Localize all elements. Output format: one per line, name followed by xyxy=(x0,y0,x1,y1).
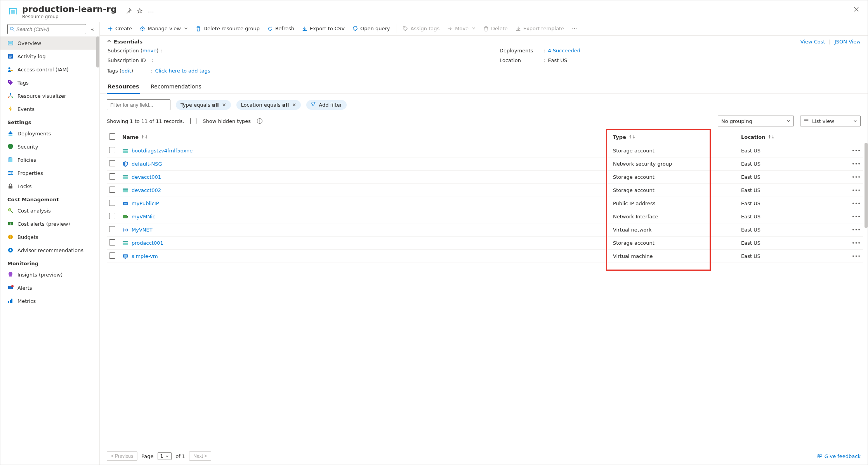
add-filter-pill[interactable]: Add filter xyxy=(306,100,347,110)
more-icon[interactable]: ⋯ xyxy=(148,8,154,16)
close-icon[interactable] xyxy=(854,7,861,13)
delete-rg-button[interactable]: Delete resource group xyxy=(193,23,263,34)
column-location[interactable]: Location↑↓ xyxy=(739,130,847,144)
row-checkbox[interactable] xyxy=(109,252,115,259)
column-name[interactable]: Name↑↓ xyxy=(120,130,611,144)
row-menu-icon[interactable]: ••• xyxy=(847,250,863,263)
row-checkbox[interactable] xyxy=(109,173,115,180)
row-checkbox[interactable] xyxy=(109,200,115,206)
chevron-down-icon xyxy=(472,26,476,30)
select-all-checkbox[interactable] xyxy=(109,133,115,140)
sidebar-item-advisor[interactable]: Advisor recommendations xyxy=(0,244,99,257)
row-checkbox[interactable] xyxy=(109,160,115,166)
sidebar-item-tags[interactable]: Tags xyxy=(0,76,99,89)
deployments-icon xyxy=(7,130,14,137)
show-hidden-checkbox[interactable] xyxy=(190,118,196,124)
resource-link[interactable]: myPublicIP xyxy=(132,201,159,206)
previous-button[interactable]: < Previous xyxy=(107,451,137,461)
sidebar-search[interactable] xyxy=(7,24,86,34)
info-icon[interactable]: i xyxy=(257,118,262,124)
row-menu-icon[interactable]: ••• xyxy=(847,210,863,223)
json-view-link[interactable]: JSON View xyxy=(835,39,861,45)
resource-link[interactable]: bootdiagstzv4fmlf5oxne xyxy=(132,148,193,154)
more-commands-icon[interactable]: ⋯ xyxy=(569,23,580,34)
column-type[interactable]: Type↑↓ xyxy=(611,130,739,144)
row-menu-icon[interactable]: ••• xyxy=(847,237,863,250)
grouping-dropdown[interactable]: No grouping xyxy=(718,116,794,126)
sidebar-item-visualizer[interactable]: Resource visualizer xyxy=(0,89,99,102)
feedback-link[interactable]: Give feedback xyxy=(817,453,861,459)
row-menu-icon[interactable]: ••• xyxy=(847,184,863,197)
type-filter-pill[interactable]: Type equals all ✕ xyxy=(176,100,231,110)
row-checkbox[interactable] xyxy=(109,187,115,193)
resource-link[interactable]: devacct002 xyxy=(132,187,161,193)
row-menu-icon[interactable]: ••• xyxy=(847,144,863,157)
row-menu-icon[interactable]: ••• xyxy=(847,223,863,237)
create-button[interactable]: Create xyxy=(104,23,135,34)
resource-link[interactable]: simple-vm xyxy=(132,253,158,259)
tags-edit-link[interactable]: edit xyxy=(122,68,131,74)
resource-link[interactable]: devacct001 xyxy=(132,174,161,180)
row-menu-icon[interactable]: ••• xyxy=(847,157,863,171)
resource-type: Storage account xyxy=(611,144,739,157)
sidebar-item-policies[interactable]: Policies xyxy=(0,153,99,166)
svg-rect-49 xyxy=(124,255,127,257)
filter-field[interactable] xyxy=(110,102,167,108)
location-filter-pill[interactable]: Location equals all ✕ xyxy=(236,100,301,110)
svg-rect-28 xyxy=(10,300,11,303)
sidebar-item-events[interactable]: Events xyxy=(0,102,99,116)
sidebar-item-deployments[interactable]: Deployments xyxy=(0,127,99,140)
remove-filter-icon[interactable]: ✕ xyxy=(292,102,296,108)
sidebar-item-iam[interactable]: Access control (IAM) xyxy=(0,63,99,76)
essentials-toggle[interactable] xyxy=(107,39,111,45)
search-input[interactable] xyxy=(16,26,83,32)
row-checkbox[interactable] xyxy=(109,226,115,232)
resource-link[interactable]: myVMNic xyxy=(132,214,155,220)
subscription-move-link[interactable]: move xyxy=(142,48,156,54)
svg-point-24 xyxy=(10,249,12,251)
sidebar-item-properties[interactable]: Properties xyxy=(0,166,99,180)
sidebar-scrollbar[interactable] xyxy=(96,36,99,67)
tab-resources[interactable]: Resources xyxy=(107,81,140,93)
manage-view-button[interactable]: Manage view xyxy=(137,23,191,34)
sidebar-item-metrics[interactable]: Metrics xyxy=(0,294,99,308)
favorite-icon[interactable] xyxy=(137,8,142,16)
refresh-button[interactable]: Refresh xyxy=(264,23,297,34)
view-mode-dropdown[interactable]: List view xyxy=(800,116,861,126)
remove-filter-icon[interactable]: ✕ xyxy=(222,102,226,108)
resource-link[interactable]: default-NSG xyxy=(132,161,162,167)
filter-input[interactable] xyxy=(107,99,170,110)
deployments-link[interactable]: 4 Succeeded xyxy=(548,48,580,54)
row-checkbox[interactable] xyxy=(109,213,115,219)
sidebar-item-cost-alerts[interactable]: $ Cost alerts (preview) xyxy=(0,217,99,230)
sidebar-item-budgets[interactable]: $ Budgets xyxy=(0,230,99,244)
sidebar-item-overview[interactable]: Overview xyxy=(0,36,99,50)
table-scrollbar[interactable] xyxy=(865,143,868,228)
sidebar-item-label: Budgets xyxy=(17,234,38,240)
page-select[interactable]: 1 xyxy=(158,452,172,460)
tab-recommendations[interactable]: Recommendations xyxy=(150,81,202,93)
collapse-icon[interactable]: « xyxy=(89,26,96,32)
row-checkbox[interactable] xyxy=(109,239,115,245)
export-csv-button[interactable]: Export to CSV xyxy=(299,23,348,34)
sidebar-item-insights[interactable]: Insights (preview) xyxy=(0,268,99,281)
sidebar-item-alerts[interactable]: Alerts xyxy=(0,281,99,294)
svg-rect-47 xyxy=(123,243,128,245)
sidebar-item-security[interactable]: Security xyxy=(0,140,99,153)
row-menu-icon[interactable]: ••• xyxy=(847,197,863,210)
pin-icon[interactable] xyxy=(126,8,132,16)
view-cost-link[interactable]: View Cost xyxy=(800,39,825,45)
sidebar-item-locks[interactable]: Locks xyxy=(0,180,99,193)
next-button[interactable]: Next > xyxy=(189,451,211,461)
table-row: devacct001Storage accountEast US••• xyxy=(107,171,863,184)
open-query-button[interactable]: Open query xyxy=(349,23,393,34)
add-tags-link[interactable]: Click here to add tags xyxy=(155,68,210,74)
sidebar-item-cost-analysis[interactable]: $ Cost analysis xyxy=(0,204,99,217)
resource-link[interactable]: MyVNET xyxy=(132,227,153,233)
row-menu-icon[interactable]: ••• xyxy=(847,171,863,184)
essentials-header[interactable]: Essentials xyxy=(114,39,142,45)
row-checkbox[interactable] xyxy=(109,147,115,153)
resource-link[interactable]: prodacct001 xyxy=(132,240,163,246)
export-template-button: Export template xyxy=(512,23,567,34)
sidebar-item-activity-log[interactable]: Activity log xyxy=(0,50,99,63)
